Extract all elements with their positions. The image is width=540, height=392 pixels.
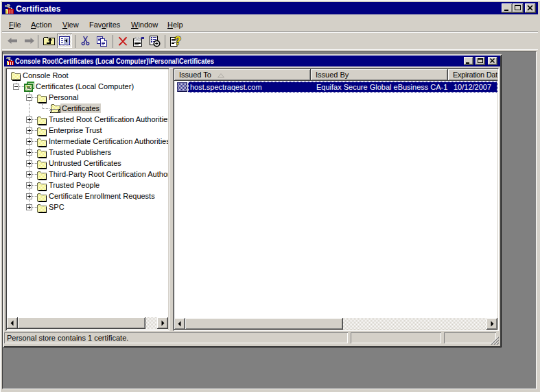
svg-text:?: ? [175,35,182,47]
